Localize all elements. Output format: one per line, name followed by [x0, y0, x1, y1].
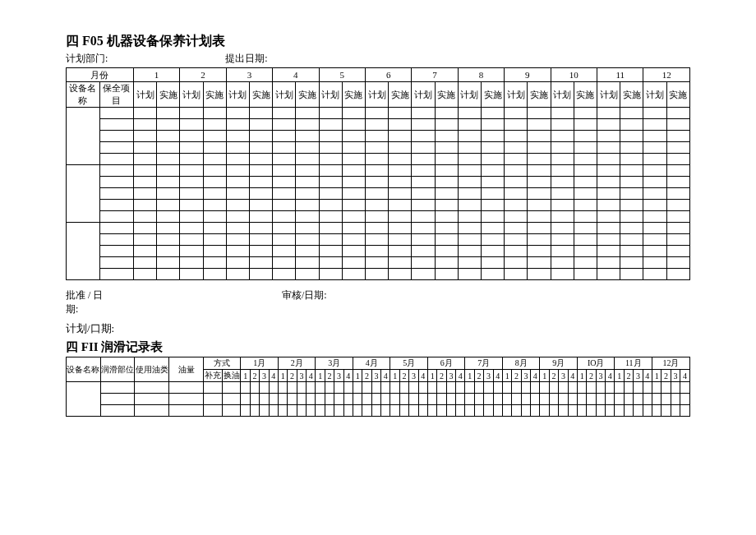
- impl-header: 实施: [389, 82, 412, 108]
- plan-cell: [365, 108, 388, 119]
- t2-cell: [353, 394, 362, 405]
- plan-cell: [551, 119, 574, 131]
- plan-cell: [551, 165, 574, 177]
- plan-cell: [458, 188, 481, 200]
- plan-cell: [412, 211, 435, 223]
- t2-cell: [540, 405, 549, 417]
- plan-cell: [481, 211, 504, 223]
- plan-cell: [273, 165, 296, 177]
- plan-cell: [342, 154, 365, 165]
- plan-cell: [203, 142, 226, 154]
- plan-cell: [319, 165, 342, 177]
- plan-cell: [180, 188, 203, 200]
- plan-cell: [528, 223, 551, 234]
- t2-col: 油量: [169, 357, 204, 382]
- t2-cell: [362, 405, 371, 417]
- t2-cell: [325, 394, 334, 405]
- plan-cell: [458, 131, 481, 142]
- plan-cell: [458, 257, 481, 269]
- plan-header: 计划: [226, 82, 249, 108]
- plan-cell: [528, 234, 551, 246]
- maint-item-cell: [99, 131, 133, 142]
- plan-cell: [505, 131, 528, 142]
- plan-cell: [342, 108, 365, 119]
- t2-cell: [307, 394, 316, 405]
- t2-cell: [474, 405, 483, 417]
- plan-cell: [666, 234, 689, 246]
- impl-header: 实施: [481, 82, 504, 108]
- plan-cell: [365, 200, 388, 211]
- plan-cell: [666, 177, 689, 188]
- plan-cell: [481, 108, 504, 119]
- t2-cell: [456, 405, 465, 417]
- plan-cell: [551, 177, 574, 188]
- plan-cell: [643, 165, 666, 177]
- plan-cell: [389, 119, 412, 131]
- t2-col: 润滑部位: [100, 357, 135, 382]
- t2-info-cell: [169, 394, 204, 405]
- plan-cell: [249, 269, 272, 280]
- plan-cell: [620, 177, 643, 188]
- plan-cell: [157, 257, 180, 269]
- t2-month: 8月: [502, 357, 540, 370]
- t2-cell: [418, 394, 427, 405]
- t2-cell: [390, 405, 399, 417]
- t2-cell: [288, 405, 297, 417]
- plan-cell: [203, 269, 226, 280]
- t2-cell: [493, 405, 502, 417]
- plan-cell: [481, 154, 504, 165]
- plan-cell: [551, 211, 574, 223]
- plan-cell: [597, 108, 620, 119]
- plan-cell: [435, 269, 458, 280]
- plan-cell: [551, 223, 574, 234]
- t2-cell: [260, 405, 269, 417]
- plan-cell: [203, 188, 226, 200]
- plan-cell: [319, 177, 342, 188]
- plan-cell: [203, 154, 226, 165]
- plan-cell: [133, 234, 156, 246]
- t2-cell: [409, 394, 418, 405]
- t2-cell: [353, 382, 362, 394]
- plan-cell: [226, 165, 249, 177]
- t2-subnum: 4: [456, 370, 465, 382]
- plan-cell: [203, 246, 226, 257]
- plan-cell: [574, 234, 597, 246]
- plan-cell: [505, 154, 528, 165]
- t2-cell: [288, 394, 297, 405]
- plan-cell: [203, 211, 226, 223]
- t2-subnum: 3: [297, 370, 306, 382]
- t2-subnum: 2: [624, 370, 633, 382]
- plan-cell: [319, 119, 342, 131]
- plan-cell: [249, 154, 272, 165]
- plan-cell: [597, 223, 620, 234]
- maintenance-plan-table: 月份 1 2 3 4 5 6 7 8 9 10 11 12 设备名称 保全项目 …: [66, 67, 690, 280]
- t2-cell: [662, 382, 671, 394]
- t2-cell: [427, 405, 436, 417]
- plan-cell: [412, 119, 435, 131]
- maint-item-cell: [99, 108, 133, 119]
- t2-subnum: 4: [381, 370, 390, 382]
- t2-cell: [203, 405, 222, 417]
- t2-col: 使用油类: [135, 357, 169, 382]
- plan-cell: [226, 177, 249, 188]
- plan-cell: [249, 108, 272, 119]
- plan-cell: [389, 223, 412, 234]
- plan-date-label: 计划/口期:: [66, 321, 690, 336]
- t2-cell: [577, 405, 586, 417]
- plan-cell: [458, 154, 481, 165]
- t2-subnum: 3: [446, 370, 455, 382]
- plan-cell: [505, 188, 528, 200]
- plan-cell: [296, 246, 319, 257]
- t2-subnum: 1: [577, 370, 586, 382]
- t2-cell: [362, 394, 371, 405]
- plan-cell: [597, 119, 620, 131]
- plan-cell: [505, 257, 528, 269]
- plan-cell: [157, 269, 180, 280]
- plan-cell: [481, 200, 504, 211]
- plan-cell: [319, 234, 342, 246]
- plan-cell: [273, 108, 296, 119]
- plan-cell: [412, 223, 435, 234]
- t2-month: 5月: [390, 357, 428, 370]
- plan-cell: [157, 142, 180, 154]
- plan-cell: [435, 165, 458, 177]
